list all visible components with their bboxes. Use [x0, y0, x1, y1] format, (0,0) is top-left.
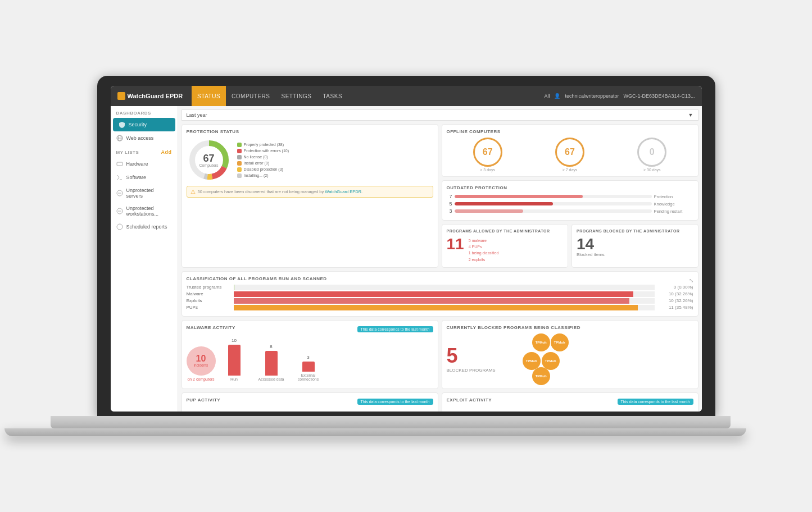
blocked-count: 14 — [577, 236, 693, 252]
protection-title: PROTECTION STATUS — [187, 129, 433, 134]
sidebar-item-scheduled-reports[interactable]: Scheduled reports — [111, 220, 178, 234]
sidebar-item-hardware[interactable]: Hardware — [111, 157, 178, 171]
blocked-sub-label: BLOCKED PROGRAMS — [447, 368, 496, 373]
outdated-title: OUTDATED PROTECTION — [447, 185, 693, 190]
protection-status-card: PROTECTION STATUS — [182, 124, 438, 268]
blocked-number-section: 5 BLOCKED PROGRAMS — [447, 344, 496, 373]
legend-dot-lightgray — [237, 173, 242, 178]
expand-icon[interactable]: ⤡ — [689, 277, 693, 284]
alert-text: 50 computers have been discovered that a… — [198, 189, 363, 194]
outdated-protection-card: OUTDATED PROTECTION 7 Protection 5 — [442, 180, 698, 221]
offline-metric-30days: 0 > 30 days — [637, 138, 666, 172]
nav-tab-tasks[interactable]: TASKS — [317, 86, 348, 106]
class-fill-pups — [234, 305, 638, 310]
sidebar-item-webaccess[interactable]: Web access — [111, 131, 178, 145]
bubble-0: TPMuh — [532, 333, 550, 351]
sidebar-item-software[interactable]: Software — [111, 171, 178, 184]
all-label: All — [544, 93, 550, 99]
allowed-title: PROGRAMS ALLOWED BY THE ADMINISTRATOR — [447, 229, 564, 233]
offline-computers-card: OFFLINE COMPUTERS 67 > 3 days — [442, 124, 698, 177]
malware-content: 10 incidents on 2 computers 10 — [187, 338, 433, 381]
class-track-trusted — [234, 285, 655, 290]
main-content: Last year ▼ PROTECTION STATUS — [178, 106, 702, 412]
sidebar-item-security[interactable]: Security — [113, 118, 175, 131]
app-logo: WatchGuard EPDR — [117, 92, 183, 100]
svg-rect-3 — [117, 162, 123, 166]
computers-label: on 2 computers — [187, 377, 216, 381]
bar-num-external: 3 — [307, 355, 309, 360]
legend-dot-yellow — [237, 167, 242, 172]
outdated-fill-1 — [455, 202, 554, 205]
laptop-container: WatchGuard EPDR STATUS COMPUTERS SETTING… — [97, 76, 715, 436]
bar-label-accessed: Accessed data — [257, 377, 285, 381]
outdated-num-0: 7 — [447, 194, 452, 199]
donut-chart: 67 Computers — [187, 138, 232, 182]
class-count-malware: 10 (32.26%) — [657, 291, 693, 296]
allowed-count: 11 — [447, 236, 464, 252]
bar-rect-external — [302, 362, 315, 372]
blocked-big-num: 5 — [447, 344, 496, 368]
bars-chart: 10 Run 8 Accessed data — [220, 338, 433, 381]
outdated-track-0 — [455, 195, 652, 198]
metric-num-30: 0 — [650, 148, 655, 157]
globe-icon — [116, 135, 123, 141]
legend-properly-protected: Properly protected (38) — [237, 143, 289, 147]
bar-label-run: Run — [220, 377, 248, 381]
bar-num-run: 10 — [232, 338, 237, 343]
offline-metrics: 67 > 3 days 67 > 7 days — [447, 138, 693, 172]
outdated-row-knowledge: 5 Knowledge — [447, 201, 693, 207]
bar-rect-accessed — [265, 351, 278, 376]
bar-col-external: 3 External connections — [294, 355, 323, 381]
class-fill-malware — [234, 291, 634, 297]
bar-label-external: External connections — [294, 373, 323, 381]
security-label: Security — [129, 122, 147, 127]
outdated-num-2: 3 — [447, 208, 452, 214]
class-count-pups: 11 (35.48%) — [657, 305, 693, 310]
class-row-pups: PUPs 11 (35.48%) — [187, 305, 693, 310]
nav-tab-status[interactable]: STATUS — [192, 86, 226, 106]
add-button[interactable]: Add — [161, 149, 172, 155]
legend-installing: Installing... (2) — [237, 173, 289, 178]
protection-legend: Properly protected (38) Protection with … — [237, 143, 289, 178]
outdated-label-1: Knowledge — [654, 202, 693, 207]
dashboards-label: DASHBOARDS — [111, 106, 178, 118]
donut-container: 67 Computers Properly protected (38) — [187, 138, 433, 182]
donut-number: 67 — [199, 153, 218, 163]
class-fill-exploits — [234, 298, 629, 304]
shield-icon — [119, 121, 125, 128]
incident-num: 10 — [196, 354, 206, 363]
app-header: WatchGuard EPDR STATUS COMPUTERS SETTING… — [111, 86, 702, 106]
legend-no-license: No license (0) — [237, 155, 289, 159]
malware-badge: This data corresponds to the last month — [357, 326, 433, 332]
workstation-icon — [116, 208, 123, 214]
filter-bar[interactable]: Last year ▼ — [182, 109, 698, 121]
bottom-row: MALWARE ACTIVITY This data corresponds t… — [182, 320, 698, 389]
sidebar-item-unprotected-servers[interactable]: Unprotected servers — [111, 184, 178, 202]
filter-label: Last year — [187, 112, 207, 118]
outdated-row-restart: 3 Pending restart — [447, 208, 693, 214]
report-icon — [116, 223, 123, 230]
metric-label-3: > 3 days — [473, 168, 502, 172]
svg-point-9 — [117, 224, 123, 230]
laptop-bottom — [4, 428, 746, 436]
laptop-base — [51, 416, 731, 428]
alert-link[interactable]: WatchGuard EPDR — [325, 189, 361, 194]
pup-badge: This data corresponds to the last month — [357, 399, 433, 405]
metric-num-3: 67 — [483, 148, 493, 157]
logo-text: WatchGuard EPDR — [128, 93, 183, 99]
legend-errors: Protection with errors (10) — [237, 149, 289, 153]
alert-bar: ⚠ 50 computers have been discovered that… — [187, 186, 433, 198]
legend-dot-green — [237, 143, 242, 147]
class-count-exploits: 10 (32.26%) — [657, 298, 693, 303]
blocked-programs-card: CURRENTLY BLOCKED PROGRAMS BEING CLASSIF… — [442, 320, 698, 389]
nav-tab-settings[interactable]: SETTINGS — [275, 86, 317, 106]
incident-section: 10 incidents on 2 computers — [187, 346, 216, 381]
laptop-screen: WatchGuard EPDR STATUS COMPUTERS SETTING… — [111, 86, 702, 412]
legend-dot-orange — [237, 161, 242, 166]
sidebar-item-unprotected-workstations[interactable]: Unprotected workstations... — [111, 202, 178, 220]
offline-title: OFFLINE COMPUTERS — [447, 129, 693, 134]
app-body: DASHBOARDS Security — [111, 106, 702, 412]
nav-tab-computers[interactable]: COMPUTERS — [226, 86, 275, 106]
legend-disabled: Disabled protection (3) — [237, 167, 289, 172]
logo-icon — [117, 92, 125, 100]
